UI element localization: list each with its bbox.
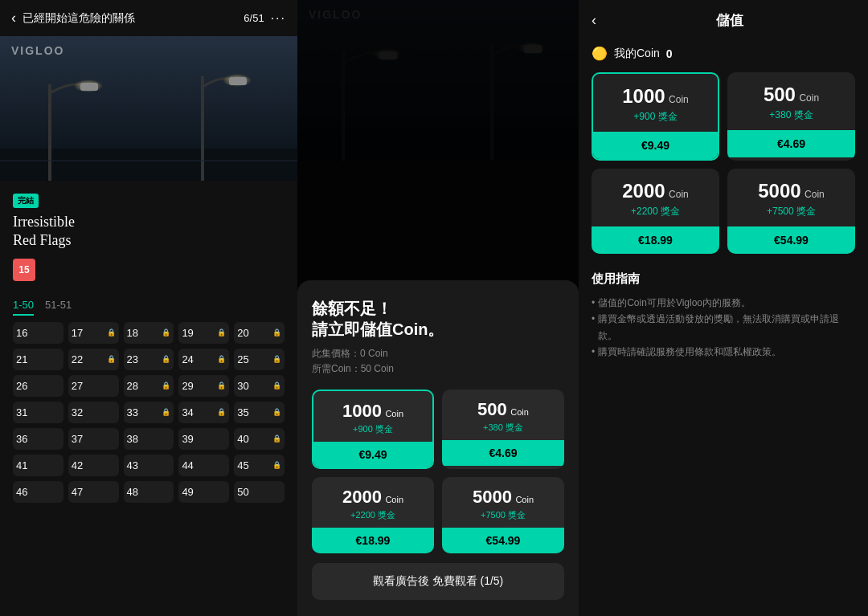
episode-item[interactable]: 49 [178, 481, 229, 503]
episode-item[interactable]: 26 [13, 375, 63, 397]
episode-item[interactable]: 37 [68, 428, 119, 450]
coin-package-card[interactable]: 500 Coin +380 獎金 €4.69 [442, 390, 564, 469]
tab-51-51[interactable]: 51-51 [45, 296, 72, 316]
episode-item[interactable]: 50 [234, 481, 285, 503]
right-coin-package-card[interactable]: 500 Coin +380 獎金 €4.69 [727, 72, 855, 161]
page-title-right: 儲值 [604, 11, 855, 30]
episode-item[interactable]: 34🔒 [178, 402, 229, 423]
right-coin-unit: Coin [669, 189, 689, 200]
right-coin-amount-row: 1000 Coin [600, 85, 711, 108]
guide-text: 購買時請確認服務使用條款和隱私權政策。 [598, 344, 781, 360]
episode-item[interactable]: 22🔒 [68, 349, 119, 370]
episode-item[interactable]: 23🔒 [124, 349, 174, 370]
coin-amount: 500 [477, 399, 507, 419]
back-icon-left[interactable]: ‹ [11, 10, 16, 27]
episode-item[interactable]: 25🔒 [234, 349, 285, 370]
episode-item[interactable]: 24🔒 [178, 349, 229, 370]
right-coin-package-card[interactable]: 2000 Coin +2200 獎金 €18.99 [592, 169, 719, 254]
coin-bonus: +900 獎金 [320, 423, 426, 435]
episode-item[interactable]: 30🔒 [234, 375, 285, 397]
guide-text: 儲值的Coin可用於Vigloo內的服務。 [598, 295, 751, 311]
guide-bullet: • [592, 344, 595, 360]
watch-ad-button[interactable]: 觀看廣告後 免費觀看 (1/5) [312, 563, 564, 600]
lock-icon: 🔒 [217, 355, 226, 363]
coin-card-top: 5000 Coin +7500 獎金 [442, 477, 564, 528]
episode-item[interactable]: 43 [124, 455, 174, 476]
episode-number: 19 [182, 327, 193, 339]
right-coin-package-card[interactable]: 1000 Coin +900 獎金 €9.49 [592, 72, 719, 161]
episode-number: 29 [182, 380, 193, 392]
episode-item[interactable]: 27 [68, 375, 119, 397]
episode-item[interactable]: 28🔒 [124, 375, 174, 397]
right-coin-amount: 2000 [622, 180, 665, 202]
episode-number: 37 [72, 433, 83, 445]
episode-item[interactable]: 29🔒 [178, 375, 229, 397]
coin-package-card[interactable]: 1000 Coin +900 獎金 €9.49 [312, 390, 434, 469]
episode-item[interactable]: 44 [178, 455, 229, 476]
episode-number: 16 [16, 327, 27, 339]
more-options-icon[interactable]: ··· [271, 11, 286, 26]
episode-item[interactable]: 18🔒 [124, 322, 174, 344]
coin-package-card[interactable]: 5000 Coin +7500 獎金 €54.99 [442, 477, 564, 553]
coin-price-button[interactable]: €54.99 [442, 528, 564, 553]
episode-item[interactable]: 48 [124, 481, 174, 503]
right-coin-bonus: +380 獎金 [734, 108, 849, 122]
right-coin-amount-row: 2000 Coin [598, 180, 713, 202]
lock-icon: 🔒 [272, 408, 281, 416]
episode-item[interactable]: 40🔒 [234, 428, 285, 450]
lock-icon: 🔒 [107, 355, 116, 363]
episode-number: 43 [127, 459, 138, 471]
lock-icon: 🔒 [162, 408, 170, 416]
modal-info: 此集價格：0 Coin 所需Coin：50 Coin [312, 346, 564, 377]
episode-number: 23 [127, 353, 138, 365]
episode-progress: 6/51 [244, 12, 264, 24]
episode-item[interactable]: 16 [13, 322, 63, 344]
coin-package-card[interactable]: 2000 Coin +2200 獎金 €18.99 [312, 477, 434, 553]
coin-amount-label: 2000 Coin [318, 487, 428, 508]
right-coin-amount: 5000 [758, 180, 800, 202]
episode-item[interactable]: 45🔒 [234, 455, 285, 476]
episode-item[interactable]: 42 [68, 455, 119, 476]
episode-item[interactable]: 38 [124, 428, 174, 450]
coin-price-button[interactable]: €4.69 [442, 440, 564, 466]
lock-icon: 🔒 [217, 328, 226, 337]
right-price-button[interactable]: €54.99 [727, 226, 855, 254]
svg-rect-7 [229, 77, 247, 85]
complete-tag: 完結 [13, 194, 39, 208]
episode-number: 41 [16, 459, 27, 471]
episode-number: 18 [127, 327, 138, 339]
coin-price-button[interactable]: €18.99 [312, 528, 434, 553]
episode-number: 26 [16, 380, 27, 392]
right-price-button[interactable]: €4.69 [727, 130, 855, 157]
episode-item[interactable]: 31 [13, 402, 63, 423]
episode-number: 46 [16, 486, 27, 498]
episode-item[interactable]: 17🔒 [68, 322, 119, 344]
episode-item[interactable]: 21 [13, 349, 63, 370]
episode-number: 47 [72, 486, 83, 498]
left-header: ‹ 已經開始這危險的關係 6/51 ··· [0, 0, 297, 36]
episode-item[interactable]: 46 [13, 481, 63, 503]
episode-number: 49 [182, 486, 193, 498]
episode-item[interactable]: 32 [68, 402, 119, 423]
coin-amount: 5000 [473, 487, 512, 507]
episode-item[interactable]: 41 [13, 455, 63, 476]
episode-item[interactable]: 47 [68, 481, 119, 503]
episode-item[interactable]: 35🔒 [234, 402, 285, 423]
coin-price-button[interactable]: €9.49 [313, 442, 432, 467]
episode-item[interactable]: 39 [178, 428, 229, 450]
episode-number: 32 [72, 406, 83, 418]
modal-box: 餘額不足！請立即儲值Coin。 此集價格：0 Coin 所需Coin：50 Co… [297, 280, 579, 616]
episode-item[interactable]: 36 [13, 428, 63, 450]
right-price-button[interactable]: €9.49 [593, 132, 718, 159]
right-coin-package-card[interactable]: 5000 Coin +7500 獎金 €54.99 [727, 169, 855, 254]
episode-item[interactable]: 19🔒 [178, 322, 229, 344]
coin-bonus: +380 獎金 [448, 422, 558, 434]
tab-1-50[interactable]: 1-50 [13, 296, 34, 316]
back-icon-right[interactable]: ‹ [592, 12, 596, 29]
episode-item[interactable]: 33🔒 [124, 402, 174, 423]
episode-item[interactable]: 20🔒 [234, 322, 285, 344]
right-price-button[interactable]: €18.99 [592, 226, 719, 254]
age-rating-badge: 15 [13, 259, 35, 281]
coin-amount-label: 5000 Coin [448, 487, 558, 508]
right-coin-bonus: +900 獎金 [600, 110, 711, 124]
